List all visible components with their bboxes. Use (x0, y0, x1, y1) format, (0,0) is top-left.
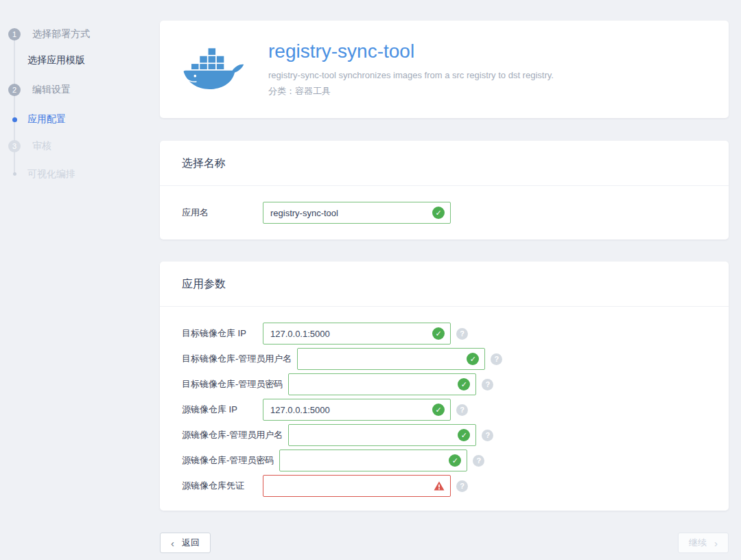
active-step-dot (12, 117, 17, 122)
step-2: 2 编辑设置 (8, 84, 71, 96)
step-3: 3 审核 (8, 140, 51, 152)
param-field-row: 目标镜像仓库-管理员用户名 ✓ ? (182, 348, 707, 370)
param-input-wrap: ✓ (297, 348, 485, 370)
param-input-wrap: ✓ (288, 373, 476, 395)
params-card-title: 应用参数 (160, 261, 729, 307)
app-name-input-wrap: ✓ (263, 202, 451, 224)
params-card: 应用参数 目标镜像仓库 IP ✓ ? 目标镜像仓库-管理员用户名 ✓ (160, 261, 729, 511)
sidebar-item-select-app-template[interactable]: 选择应用模版 (0, 54, 85, 67)
app-name-label: 应用名 (182, 207, 257, 219)
continue-button-label: 继续 (689, 537, 707, 549)
param-field-row: 源镜像仓库凭证 ✓ ? (182, 475, 707, 497)
help-icon[interactable]: ? (491, 353, 502, 365)
chevron-left-icon: ‹ (171, 537, 174, 549)
sidebar-item-app-config[interactable]: 应用配置 (0, 113, 66, 126)
steps-sidebar: 1 选择部署方式 选择应用模版 2 编辑设置 应用配置 3 审核 可视化编排 (0, 0, 160, 560)
name-card: 选择名称 应用名 ✓ (160, 141, 729, 240)
step-1-number-badge: 1 (8, 28, 21, 40)
param-field-row: 源镜像仓库-管理员用户名 ✓ ? (182, 424, 707, 446)
valid-check-icon: ✓ (458, 429, 470, 441)
error-warning-icon (434, 481, 445, 491)
name-card-title: 选择名称 (160, 141, 729, 186)
app-title: registry-sync-tool (268, 41, 554, 62)
param-field-label: 源镜像仓库 IP (182, 404, 257, 416)
sidebar-item-visual-orchestration: 可视化编排 (0, 168, 75, 180)
param-input[interactable] (263, 476, 450, 496)
param-input-wrap: ✓ (288, 424, 476, 446)
step-3-number-badge: 3 (8, 140, 21, 152)
sidebar-item-label: 应用配置 (27, 113, 66, 126)
help-icon[interactable]: ? (456, 480, 468, 492)
param-field-label: 源镜像仓库凭证 (182, 480, 257, 492)
help-icon[interactable]: ? (473, 455, 484, 467)
param-input[interactable] (289, 425, 475, 445)
param-input[interactable] (263, 399, 450, 420)
sidebar-item-label: 选择应用模版 (27, 54, 85, 67)
app-header-text: registry-sync-tool registry-sync-tool sy… (268, 41, 554, 97)
param-field-row: 源镜像仓库-管理员密码 ✓ ? (182, 450, 707, 471)
help-icon[interactable]: ? (482, 379, 493, 390)
param-input-wrap: ✓ (263, 475, 451, 497)
param-field-label: 源镜像仓库-管理员用户名 (182, 429, 283, 441)
name-card-body: 应用名 ✓ (160, 186, 729, 240)
param-input[interactable] (263, 323, 450, 344)
step-2-number-badge: 2 (8, 84, 21, 96)
help-icon[interactable]: ? (456, 328, 468, 340)
valid-check-icon: ✓ (449, 454, 461, 467)
param-field-label: 源镜像仓库-管理员密码 (182, 454, 274, 467)
wizard-footer: ‹ 返回 继续 › (160, 533, 729, 553)
help-icon[interactable]: ? (456, 404, 468, 416)
valid-check-icon: ✓ (432, 207, 445, 219)
step-2-label: 编辑设置 (32, 84, 71, 96)
app-header-card: registry-sync-tool registry-sync-tool sy… (160, 21, 729, 118)
step-1: 1 选择部署方式 (8, 28, 90, 40)
params-card-body: 目标镜像仓库 IP ✓ ? 目标镜像仓库-管理员用户名 ✓ (160, 307, 729, 511)
back-button-label: 返回 (182, 537, 200, 549)
step-3-label: 审核 (32, 140, 51, 152)
param-field-label: 目标镜像仓库-管理员用户名 (182, 353, 292, 365)
valid-check-icon: ✓ (432, 327, 445, 340)
param-input-wrap: ✓ (263, 323, 451, 345)
app-category: 分类：容器工具 (268, 85, 554, 97)
param-input-wrap: ✓ (263, 399, 451, 421)
param-field-row: 源镜像仓库 IP ✓ ? (182, 399, 707, 421)
app-description: registry-sync-tool synchronizes images f… (268, 70, 554, 80)
docker-whale-icon (182, 46, 245, 93)
param-input-wrap: ✓ (279, 450, 467, 471)
inactive-step-dot (13, 172, 16, 176)
continue-button[interactable]: 继续 › (678, 533, 729, 553)
app-name-input[interactable] (263, 202, 450, 223)
app-name-field-row: 应用名 ✓ (182, 202, 707, 224)
step-1-label: 选择部署方式 (32, 28, 90, 40)
valid-check-icon: ✓ (458, 378, 470, 390)
valid-check-icon: ✓ (432, 404, 445, 416)
back-button[interactable]: ‹ 返回 (160, 533, 211, 553)
param-field-label: 目标镜像仓库-管理员密码 (182, 378, 283, 390)
param-field-label: 目标镜像仓库 IP (182, 327, 257, 340)
app-config-wizard-page: 1 选择部署方式 选择应用模版 2 编辑设置 应用配置 3 审核 可视化编排 (0, 0, 741, 560)
valid-check-icon: ✓ (467, 353, 479, 365)
sidebar-item-label: 可视化编排 (27, 168, 75, 180)
chevron-right-icon: › (714, 537, 718, 549)
help-icon[interactable]: ? (482, 430, 493, 441)
param-field-row: 目标镜像仓库 IP ✓ ? (182, 323, 707, 345)
param-field-row: 目标镜像仓库-管理员密码 ✓ ? (182, 373, 707, 395)
param-input[interactable] (280, 450, 467, 471)
param-input[interactable] (289, 374, 475, 395)
param-input[interactable] (298, 349, 484, 369)
main-content: registry-sync-tool registry-sync-tool sy… (160, 21, 729, 560)
